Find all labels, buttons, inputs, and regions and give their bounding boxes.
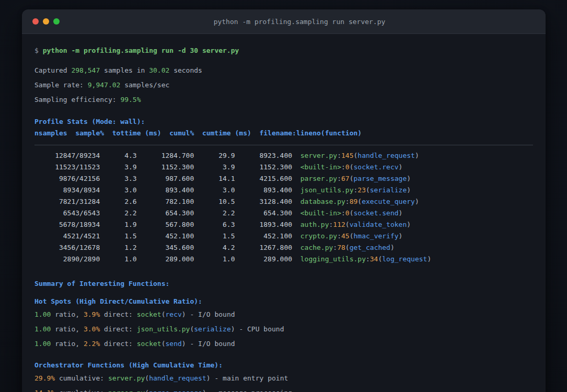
terminal-text: ) <box>399 163 403 171</box>
terminal-text: ( <box>350 163 354 171</box>
terminal-text: parser.py <box>108 389 145 392</box>
table-row: 3456/12678 1.2 345.600 4.2 1267.800 cach… <box>34 244 533 252</box>
hotspot-line: 1.00 ratio, 2.2% direct: socket(send) - … <box>34 340 533 348</box>
hotspots-heading: Hot Spots (High Direct/Cumulative Ratio)… <box>34 297 533 306</box>
hotspot-line: 1.00 ratio, 3.9% direct: socket(recv) - … <box>34 310 533 319</box>
table-row: 12847/89234 4.3 1284.700 29.9 8923.400 s… <box>34 152 533 160</box>
terminal-text: ) <box>427 255 431 263</box>
profile-stats-heading: Profile Stats (Mode: wall): <box>34 118 533 126</box>
prompt-command: $ python -m profiling.sampling run -d 30… <box>34 47 533 55</box>
terminal-text: execute_query <box>362 198 415 205</box>
terminal-text: 3.0% <box>84 325 100 333</box>
terminal-text: ) - CPU bound <box>231 325 284 333</box>
terminal-text: : <box>345 198 350 205</box>
terminal-text: 11523/11523 3.9 1152.300 3.9 1152.300 <box>34 163 300 171</box>
terminal-text: parse_message <box>149 389 202 392</box>
terminal-text: 3.9% <box>84 310 100 318</box>
terminal-text: server.py <box>108 374 145 382</box>
table-row: 9876/42156 3.3 987.600 14.1 4215.600 par… <box>34 175 533 183</box>
terminal-text: ( <box>350 175 354 182</box>
terminal-text: direct: <box>100 340 136 348</box>
terminal-text: server.py <box>300 152 337 159</box>
terminal-text: 1.00 <box>34 310 51 318</box>
terminal-text: ( <box>350 232 354 240</box>
table-row: 2890/2890 1.0 289.000 1.0 289.000 loggin… <box>34 255 533 263</box>
close-button[interactable] <box>32 18 39 25</box>
terminal-text: serialize <box>194 325 230 333</box>
sample-rate-line: Sample rate: 9,947.02 samples/sec <box>34 81 533 89</box>
terminal-text: ) - I/O bound <box>182 310 235 318</box>
terminal-text: handle_request <box>149 374 206 382</box>
terminal-text: Captured <box>34 66 71 74</box>
terminal-text: samples/sec <box>120 81 169 89</box>
terminal-text: $ <box>34 47 43 54</box>
terminal-text: socket <box>137 340 161 348</box>
terminal-text: json_utils.py <box>137 325 190 333</box>
terminal-text: log_request <box>382 255 427 263</box>
table-row: 8934/8934 3.0 893.400 3.0 893.400 json_u… <box>34 186 533 194</box>
terminal-text: 4521/4521 1.5 452.100 1.5 452.100 <box>34 232 300 240</box>
terminal-text: 7821/31284 2.6 782.100 10.5 3128.400 <box>34 198 300 205</box>
terminal-text: ( <box>145 389 149 392</box>
terminal-text: <built-in> <box>300 163 341 171</box>
terminal-text: ( <box>161 310 166 318</box>
terminal-text: ( <box>345 244 350 251</box>
terminal-text: Sampling efficiency: <box>34 96 120 103</box>
terminal-text: 2890/2890 1.0 289.000 1.0 289.000 <box>34 255 300 263</box>
terminal-text: direct: <box>100 325 136 333</box>
terminal-text: ratio, <box>51 310 84 318</box>
terminal-text: : <box>341 163 345 171</box>
terminal-text: ( <box>366 186 370 194</box>
terminal-text: json_utils.py <box>300 186 354 194</box>
terminal-text: 89 <box>350 198 358 205</box>
terminal-text: ( <box>161 340 166 348</box>
captured-line: Captured 298,547 samples in 30.02 second… <box>34 66 533 75</box>
terminal-text: python -m profiling.sampling run -d 30 s… <box>43 47 239 54</box>
terminal-text: <built-in> <box>300 209 341 217</box>
terminal-text: 2.2% <box>84 340 100 348</box>
terminal-text: cumulative: <box>55 374 108 382</box>
table-header: nsamples sample% tottime (ms) cumul% cum… <box>34 129 533 137</box>
terminal-text: 9,947.02 <box>88 81 121 89</box>
terminal-text: 1.00 <box>34 325 51 333</box>
terminal-text: 112 <box>333 221 345 228</box>
terminal-text: 8934/8934 3.0 893.400 3.0 893.400 <box>34 186 300 194</box>
terminal-text: 99.5% <box>120 96 141 103</box>
terminal-text: get_cached <box>350 244 390 251</box>
terminal-text: : <box>337 152 341 159</box>
terminal-text: crypto.py <box>300 232 337 240</box>
terminal-text: ) - message processing <box>202 389 292 392</box>
terminal-text: direct: <box>100 310 136 318</box>
terminal-text: 30.02 <box>149 66 169 74</box>
table-divider <box>34 145 533 145</box>
terminal-window: python -m profiling.sampling run server.… <box>22 9 546 392</box>
terminal-text: 14.1% <box>34 389 55 392</box>
terminal-text: 12847/89234 4.3 1284.700 29.9 8923.400 <box>34 152 300 159</box>
terminal-text: ) <box>415 198 419 205</box>
minimize-button[interactable] <box>43 18 49 25</box>
terminal-text: : <box>366 255 370 263</box>
terminal-text: socket.recv <box>354 163 399 171</box>
terminal-text: Hot Spots (High Direct/Cumulative Ratio)… <box>34 297 202 305</box>
orchestrator-heading: Orchestrator Functions (High Cumulative … <box>34 361 533 370</box>
terminal-text: ) - I/O bound <box>182 340 235 348</box>
terminal-text: nsamples sample% tottime (ms) cumul% cum… <box>34 129 362 137</box>
terminal-text: ) <box>415 152 419 159</box>
terminal-text: 23 <box>357 186 366 194</box>
summary-heading: Summary of Interesting Functions: <box>34 280 533 288</box>
terminal-text: auth.py <box>300 221 329 228</box>
terminal-text: handle_request <box>357 152 415 159</box>
terminal-text: ) <box>407 175 411 182</box>
table-row: 11523/11523 3.9 1152.300 3.9 1152.300 <b… <box>34 163 533 171</box>
terminal-text: 1.00 <box>34 340 51 348</box>
terminal-text: 145 <box>341 152 353 159</box>
window-title: python -m profiling.sampling run server.… <box>53 18 546 26</box>
terminal-text: seconds <box>169 66 202 74</box>
terminal-text: 34 <box>370 255 378 263</box>
terminal-text: logging_utils.py <box>300 255 366 263</box>
terminal-text: Sample rate: <box>34 81 88 89</box>
terminal-text: ( <box>145 374 149 382</box>
terminal-text: 45 <box>341 232 350 240</box>
terminal-text: cumulative: <box>55 389 108 392</box>
terminal-text: Profile Stats (Mode: wall): <box>34 118 145 125</box>
